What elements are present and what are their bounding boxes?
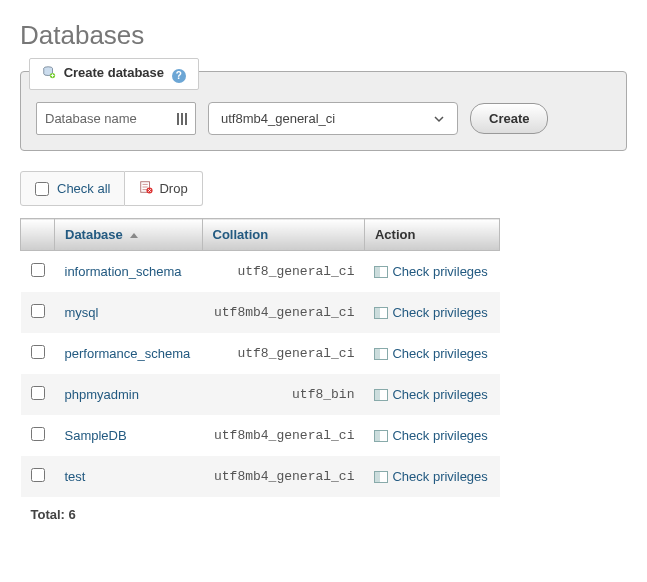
create-database-fieldset: Create database ? Database name utf8mb4_… [20, 71, 627, 151]
check-privileges-link[interactable]: Check privileges [392, 469, 487, 484]
privileges-icon [374, 471, 388, 483]
privileges-icon [374, 389, 388, 401]
database-add-icon [42, 65, 56, 79]
database-link[interactable]: mysql [65, 305, 99, 320]
row-checkbox[interactable] [31, 468, 45, 482]
row-checkbox[interactable] [31, 345, 45, 359]
collation-value: utf8_bin [202, 374, 364, 415]
columns-icon [177, 113, 187, 125]
database-link[interactable]: test [65, 469, 86, 484]
privileges-icon [374, 348, 388, 360]
privileges-icon [374, 307, 388, 319]
check-all-link[interactable]: Check all [57, 181, 110, 196]
drop-icon [139, 180, 153, 197]
database-link[interactable]: information_schema [65, 264, 182, 279]
collation-value: utf8mb4_general_ci [202, 292, 364, 333]
row-checkbox[interactable] [31, 386, 45, 400]
collation-select[interactable]: utf8mb4_general_ci [208, 102, 458, 135]
table-row: information_schemautf8_general_ciCheck p… [21, 251, 500, 293]
create-database-legend: Create database ? [29, 58, 199, 90]
databases-table: Database Collation Action information_sc… [20, 218, 500, 532]
chevron-down-icon [433, 113, 445, 125]
drop-button[interactable]: Drop [125, 171, 202, 206]
help-icon[interactable]: ? [172, 69, 186, 83]
collation-value: utf8_general_ci [202, 251, 364, 293]
header-collation[interactable]: Collation [202, 219, 364, 251]
table-row: mysqlutf8mb4_general_ciCheck privileges [21, 292, 500, 333]
privileges-icon [374, 266, 388, 278]
row-checkbox[interactable] [31, 304, 45, 318]
table-row: SampleDButf8mb4_general_ciCheck privileg… [21, 415, 500, 456]
table-row: phpmyadminutf8_binCheck privileges [21, 374, 500, 415]
total-row: Total: 6 [21, 497, 500, 532]
table-row: performance_schemautf8_general_ciCheck p… [21, 333, 500, 374]
row-checkbox[interactable] [31, 263, 45, 277]
check-privileges-link[interactable]: Check privileges [392, 305, 487, 320]
database-link[interactable]: performance_schema [65, 346, 191, 361]
database-link[interactable]: phpmyadmin [65, 387, 139, 402]
create-button[interactable]: Create [470, 103, 548, 134]
database-name-placeholder: Database name [45, 111, 137, 126]
sort-asc-icon [130, 233, 138, 238]
collation-selected-value: utf8mb4_general_ci [221, 111, 335, 126]
database-link[interactable]: SampleDB [65, 428, 127, 443]
row-checkbox[interactable] [31, 427, 45, 441]
collation-value: utf8_general_ci [202, 333, 364, 374]
table-row: testutf8mb4_general_ciCheck privileges [21, 456, 500, 497]
drop-label: Drop [159, 181, 187, 196]
check-privileges-link[interactable]: Check privileges [392, 428, 487, 443]
page-title: Databases [20, 20, 627, 51]
check-privileges-link[interactable]: Check privileges [392, 264, 487, 279]
check-all-wrapper: Check all [20, 171, 125, 206]
check-privileges-link[interactable]: Check privileges [392, 387, 487, 402]
header-database-label: Database [65, 227, 123, 242]
header-action: Action [364, 219, 499, 251]
header-checkbox [21, 219, 55, 251]
create-database-legend-text: Create database [64, 65, 164, 80]
check-all-checkbox[interactable] [35, 182, 49, 196]
privileges-icon [374, 430, 388, 442]
check-privileges-link[interactable]: Check privileges [392, 346, 487, 361]
collation-value: utf8mb4_general_ci [202, 415, 364, 456]
database-name-input[interactable]: Database name [36, 102, 196, 135]
header-database[interactable]: Database [55, 219, 203, 251]
collation-value: utf8mb4_general_ci [202, 456, 364, 497]
databases-toolbar: Check all Drop [20, 171, 627, 206]
